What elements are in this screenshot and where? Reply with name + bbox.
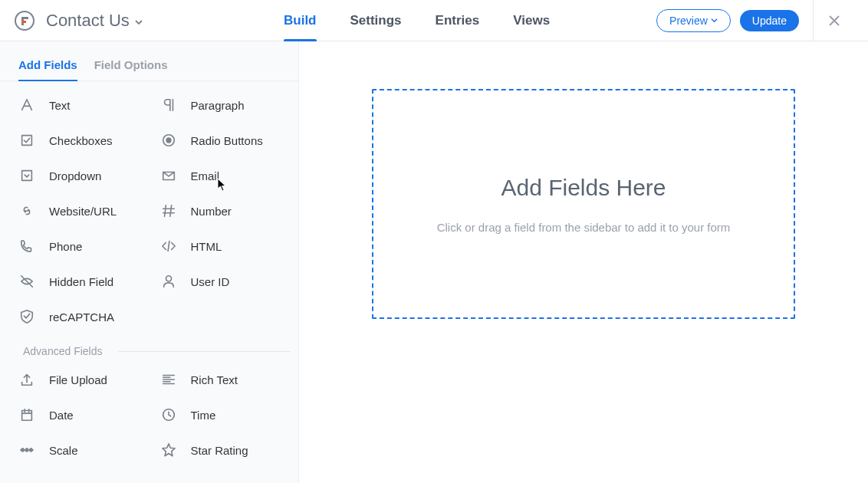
- nav-entries[interactable]: Entries: [436, 0, 480, 41]
- field-item-paragraph[interactable]: Paragraph: [150, 87, 291, 123]
- update-button[interactable]: Update: [740, 10, 799, 31]
- form-title-text: Contact Us: [46, 11, 130, 31]
- close-icon: [827, 14, 841, 28]
- clock-icon: [160, 406, 177, 423]
- field-item-label: Checkboxes: [49, 134, 113, 147]
- sidebar-tabs: Add Fields Field Options: [0, 41, 298, 81]
- field-item-rich-text[interactable]: Rich Text: [150, 362, 291, 397]
- field-item-label: File Upload: [49, 373, 107, 386]
- upload-icon: [18, 371, 35, 388]
- field-item-user-id[interactable]: User ID: [150, 264, 291, 299]
- field-item-label: Time: [191, 409, 216, 422]
- field-item-label: Paragraph: [191, 99, 245, 112]
- nav-settings[interactable]: Settings: [350, 0, 402, 41]
- advanced-fields-grid: File UploadRich TextDateTimeScaleStar Ra…: [8, 362, 291, 468]
- text-a-icon: [18, 97, 35, 113]
- star-icon: [160, 442, 177, 458]
- dropzone-subtitle: Click or drag a field from the sidebar t…: [437, 221, 731, 234]
- email-icon: [160, 167, 177, 184]
- app-body: Add Fields Field Options TextParagraphCh…: [0, 41, 868, 483]
- field-item-email[interactable]: Email: [150, 158, 291, 193]
- scale-icon: [18, 442, 35, 458]
- svg-point-5: [166, 137, 171, 143]
- nav-build[interactable]: Build: [284, 0, 317, 41]
- sidebar-tab-add-fields[interactable]: Add Fields: [18, 58, 77, 80]
- divider: [118, 351, 291, 352]
- field-item-checkboxes[interactable]: Checkboxes: [8, 123, 150, 158]
- chevron-down-icon: [134, 18, 142, 25]
- checkbox-icon: [18, 132, 35, 149]
- field-item-label: Email: [191, 169, 220, 182]
- canvas: Add Fields Here Click or drag a field fr…: [299, 41, 868, 483]
- field-item-label: Dropdown: [49, 169, 101, 182]
- field-item-hidden-field[interactable]: Hidden Field: [8, 264, 150, 299]
- shield-icon: [18, 308, 35, 325]
- field-item-phone[interactable]: Phone: [8, 228, 150, 264]
- dropzone[interactable]: Add Fields Here Click or drag a field fr…: [372, 89, 795, 319]
- field-item-time[interactable]: Time: [150, 397, 291, 432]
- field-item-scale[interactable]: Scale: [8, 432, 150, 468]
- calendar-icon: [18, 406, 35, 423]
- sidebar-tab-field-options[interactable]: Field Options: [94, 58, 168, 80]
- field-item-label: Star Rating: [191, 444, 248, 457]
- hash-icon: [160, 202, 177, 219]
- field-item-file-upload[interactable]: File Upload: [8, 362, 150, 397]
- field-item-text[interactable]: Text: [8, 87, 150, 123]
- field-item-html[interactable]: HTML: [150, 228, 291, 264]
- field-item-recaptcha[interactable]: reCAPTCHA: [8, 299, 150, 334]
- form-title-dropdown[interactable]: Contact Us: [46, 11, 142, 31]
- field-item-label: Radio Buttons: [191, 134, 263, 147]
- dropdown-icon: [18, 167, 35, 184]
- header-actions: Preview Update: [656, 0, 868, 41]
- advanced-section-label: Advanced Fields: [8, 345, 110, 357]
- link-icon: [18, 202, 35, 219]
- phone-icon: [18, 238, 35, 255]
- paragraph-icon: [160, 97, 177, 113]
- field-item-dropdown[interactable]: Dropdown: [8, 158, 150, 193]
- close-button[interactable]: [813, 0, 854, 41]
- field-item-label: Text: [49, 99, 71, 112]
- hidden-icon: [18, 273, 35, 290]
- field-item-label: Scale: [49, 444, 78, 457]
- field-item-label: Number: [191, 205, 232, 218]
- nav-views[interactable]: Views: [513, 0, 550, 41]
- sidebar: Add Fields Field Options TextParagraphCh…: [0, 41, 299, 483]
- fields-area: TextParagraphCheckboxesRadio ButtonsDrop…: [0, 81, 298, 468]
- field-item-website-url[interactable]: Website/URL: [8, 193, 150, 228]
- field-item-label: reCAPTCHA: [49, 310, 114, 324]
- radio-icon: [160, 132, 177, 149]
- field-item-label: User ID: [191, 275, 230, 288]
- basic-fields-grid: TextParagraphCheckboxesRadio ButtonsDrop…: [8, 87, 291, 334]
- field-item-label: Hidden Field: [49, 275, 113, 288]
- field-item-label: Rich Text: [191, 373, 238, 386]
- app-header: Contact Us Build Settings Entries Views …: [0, 0, 868, 41]
- richtext-icon: [160, 371, 177, 388]
- field-item-label: HTML: [191, 240, 222, 253]
- dropzone-title: Add Fields Here: [501, 175, 666, 201]
- advanced-section-header: Advanced Fields: [8, 345, 291, 357]
- caret-down-icon: [711, 17, 718, 24]
- preview-button[interactable]: Preview: [656, 9, 731, 32]
- field-item-number[interactable]: Number: [150, 193, 291, 228]
- field-item-label: Date: [49, 409, 74, 422]
- main-nav: Build Settings Entries Views: [284, 0, 550, 41]
- app-logo: [14, 10, 35, 31]
- field-item-star-rating[interactable]: Star Rating: [150, 432, 291, 468]
- field-item-label: Website/URL: [49, 205, 117, 218]
- field-item-radio-buttons[interactable]: Radio Buttons: [150, 123, 291, 158]
- user-icon: [160, 273, 177, 290]
- html-icon: [160, 238, 177, 255]
- svg-rect-3: [21, 21, 26, 23]
- field-item-label: Phone: [49, 240, 82, 253]
- field-item-date[interactable]: Date: [8, 397, 150, 432]
